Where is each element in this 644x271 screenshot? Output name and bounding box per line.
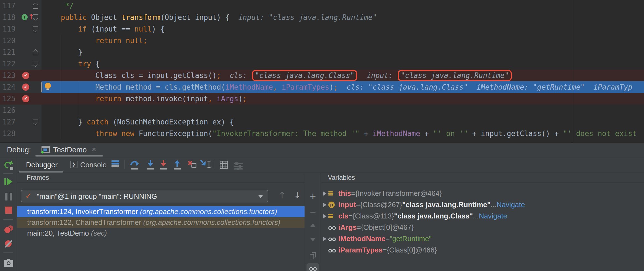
tab-debugger[interactable]: Debugger [26, 161, 58, 169]
frame-location: main:20, TestDemo [27, 229, 91, 237]
code-line[interactable]: 123✓ Class cls = input.getClass(); cls: … [0, 70, 644, 81]
code-line[interactable]: 121 } [0, 46, 644, 58]
code-token: (input == [91, 25, 134, 33]
remove-watch-button[interactable]: − [305, 206, 321, 218]
close-icon[interactable]: × [92, 145, 96, 154]
variable-row[interactable]: pinput = {Class@267} "class java.lang.Ru… [321, 199, 644, 210]
expand-arrow-icon[interactable] [321, 191, 328, 196]
layout-button[interactable] [111, 160, 121, 170]
duplicate-watch-button[interactable] [305, 252, 321, 259]
add-watch-button[interactable]: + [305, 190, 321, 202]
code-token: ) [329, 83, 334, 91]
breakpoint-icon[interactable]: ✓ [22, 95, 29, 102]
frames-panel: Frames ✓ "main"@1 in group "main": RUNNI… [17, 173, 305, 271]
stack-frame-list: transform:124, InvokerTransformer (org.a… [17, 206, 305, 239]
code-token: + [360, 129, 373, 138]
rerun-button[interactable] [0, 161, 17, 170]
debug-window-label: Debug: [7, 146, 31, 154]
debug-left-toolbar [0, 157, 17, 271]
stack-frame-row[interactable]: main:20, TestDemo (sec) [17, 228, 305, 239]
variable-value: {Class@267} [360, 199, 402, 210]
line-number: 121 [2, 46, 15, 58]
line-number: 120 [2, 35, 15, 46]
fold-marker-icon[interactable] [33, 61, 38, 67]
expand-arrow-icon[interactable] [321, 237, 328, 241]
move-watch-up-button[interactable] [305, 223, 321, 227]
step-over-button[interactable] [129, 160, 139, 170]
thread-dropdown[interactable]: ✓ "main"@1 in group "main": RUNNING [21, 190, 268, 202]
stack-frame-row[interactable]: transform:124, InvokerTransformer (org.a… [17, 206, 305, 217]
fold-marker-icon[interactable] [33, 26, 38, 32]
code-token: "InvokerTransformer: The method '" [212, 129, 360, 138]
line-number: 118 [2, 12, 15, 23]
variable-row[interactable]: this = {InvokerTransformer@464} [321, 188, 644, 199]
variable-row[interactable]: iMethodName = "getRuntime" [321, 233, 644, 244]
code-token: } [43, 48, 82, 56]
code-editor[interactable]: 117 */118I↑ public Object transform(Obje… [0, 0, 644, 142]
code-text: if (input == null) { [43, 23, 165, 35]
variable-row[interactable]: cls = {Class@113} "class java.lang.Class… [321, 210, 644, 222]
code-token: Class cls = input.getClass() [95, 71, 217, 80]
previous-frame-button[interactable]: ↑ [279, 190, 285, 200]
navigate-link[interactable]: Navigate [479, 210, 507, 222]
breakpoint-icon[interactable]: ✓ [22, 84, 29, 91]
thread-dump-button[interactable] [0, 259, 17, 267]
separator [3, 219, 13, 220]
equals-sign: = [356, 199, 360, 210]
move-watch-down-button[interactable] [305, 238, 321, 241]
settings-button[interactable] [233, 160, 243, 170]
console-icon: ❯ [70, 161, 77, 168]
code-text: Method method = cls.getMethod(iMethodNam… [43, 81, 632, 93]
code-line[interactable]: 126 [0, 105, 644, 116]
mute-breakpoints-button[interactable] [0, 240, 17, 248]
line-number: 127 [2, 116, 15, 128]
code-line[interactable]: 128 throw new FunctorException("InvokerT… [0, 128, 644, 139]
code-token: iArgs [217, 95, 238, 103]
drop-frame-button[interactable] [187, 160, 197, 170]
code-line[interactable]: 118I↑ public Object transform(Object inp… [0, 12, 644, 23]
debug-toolbar: Debugger ❯ Console [17, 157, 644, 173]
show-watches-toggle[interactable] [307, 263, 319, 271]
intention-bulb-icon[interactable] [45, 83, 51, 89]
variable-row[interactable]: iArgs = {Object[0]@467} [321, 222, 644, 233]
stop-button[interactable] [0, 207, 17, 214]
line-number: 122 [2, 58, 15, 70]
run-to-cursor-button[interactable] [200, 160, 210, 170]
code-line[interactable]: 117 */ [0, 0, 644, 12]
variable-row[interactable]: iParamTypes = {Class[0]@466} [321, 244, 644, 256]
expand-arrow-icon[interactable] [321, 214, 328, 218]
view-breakpoints-button[interactable] [0, 225, 17, 234]
code-line[interactable]: 125✓ return method.invoke(input, iArgs); [0, 93, 644, 105]
fold-marker-icon[interactable] [33, 14, 38, 20]
code-token: "' on '" [433, 129, 468, 138]
force-step-into-button[interactable] [159, 160, 168, 170]
code-line[interactable]: 127 } catch (NoSuchMethodException ex) { [0, 116, 644, 128]
inline-hint-text: input: [358, 71, 397, 80]
code-line[interactable]: 122 try { [0, 58, 644, 70]
expand-arrow-icon[interactable] [321, 203, 328, 207]
code-token: try [78, 60, 95, 68]
equals-sign: = [351, 188, 355, 199]
variable-name: iParamTypes [338, 244, 383, 256]
code-token: iMethodName [225, 83, 273, 91]
step-into-button[interactable] [146, 160, 155, 170]
override-method-icon[interactable]: I [22, 14, 28, 20]
triangle-right-icon [323, 214, 326, 218]
fold-marker-icon[interactable] [33, 119, 38, 125]
triangle-right-icon [323, 237, 326, 241]
stack-frame-row[interactable]: transform:122, ChainedTransformer (org.a… [17, 217, 305, 228]
code-line[interactable]: 124✓ Method method = cls.getMethod(iMeth… [0, 81, 644, 93]
resume-button[interactable] [0, 178, 17, 186]
parameter-icon-letter: p [328, 202, 335, 208]
step-out-button[interactable] [172, 160, 182, 170]
code-line[interactable]: 120 return null; [0, 35, 644, 46]
fold-marker-icon[interactable] [33, 3, 38, 9]
pause-button[interactable] [0, 193, 17, 200]
tab-console[interactable]: Console [80, 161, 107, 169]
navigate-link[interactable]: Navigate [497, 199, 525, 210]
evaluate-button[interactable] [219, 160, 229, 170]
fold-marker-icon[interactable] [33, 49, 38, 55]
code-line[interactable]: 119 if (input == null) { [0, 23, 644, 35]
breakpoint-icon[interactable]: ✓ [22, 72, 29, 79]
next-frame-button[interactable]: ↓ [294, 190, 301, 200]
